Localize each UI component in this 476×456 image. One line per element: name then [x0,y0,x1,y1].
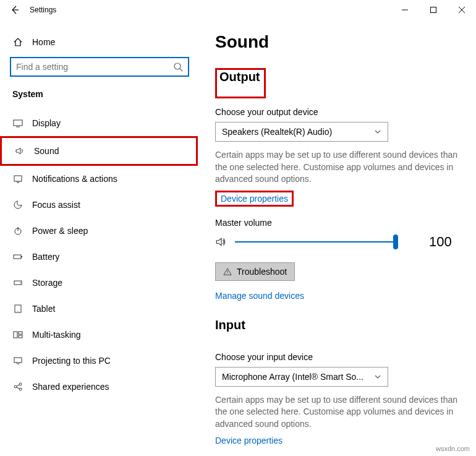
notifications-icon [12,174,23,184]
home-label: Home [32,37,55,47]
troubleshoot-label: Troubleshoot [237,267,287,277]
svg-point-28 [227,273,227,274]
output-device-label: Choose your output device [215,107,460,117]
sidebar-item-focus-assist[interactable]: Focus assist [0,192,198,218]
svg-rect-21 [14,358,22,363]
svg-point-15 [20,282,21,283]
master-volume-label: Master volume [215,218,460,228]
volume-value: 100 [429,234,452,250]
storage-icon [12,278,23,288]
troubleshoot-button[interactable]: Troubleshoot [215,262,295,281]
svg-point-23 [19,383,22,385]
svg-rect-9 [14,176,22,181]
warning-icon [223,267,232,276]
window-controls [391,0,476,20]
content-area: Sound Output Choose your output device S… [198,20,476,456]
svg-rect-20 [19,335,22,338]
close-icon [459,7,465,13]
chevron-down-icon [374,128,381,136]
sidebar-item-display[interactable]: Display [0,110,198,136]
sidebar-item-label: Notifications & actions [32,174,117,184]
nav-list: Display Sound Notifications & actions Fo… [0,106,198,400]
sidebar-item-label: Focus assist [32,200,80,210]
volume-slider[interactable] [235,241,396,243]
output-device-value: Speakers (Realtek(R) Audio) [222,127,374,137]
shared-icon [12,382,23,392]
svg-line-26 [17,387,19,389]
volume-slider-thumb[interactable] [393,234,398,249]
output-heading-highlight: Output [215,68,266,98]
volume-icon[interactable] [215,236,226,247]
svg-rect-2 [431,7,436,13]
svg-rect-7 [14,120,22,126]
svg-point-24 [19,388,22,390]
svg-rect-19 [19,332,22,334]
sidebar-item-tablet[interactable]: Tablet [0,296,198,322]
home-button[interactable]: Home [0,32,198,52]
output-device-properties-link[interactable]: Device properties [221,194,288,204]
category-label: System [0,87,198,106]
power-icon [12,226,23,236]
window-title: Settings [30,6,56,14]
search-icon [173,62,183,72]
sidebar-item-label: Shared experiences [32,382,109,392]
input-heading: Input [215,318,245,332]
volume-row: 100 [215,234,460,250]
svg-rect-13 [21,256,22,257]
minimize-icon [402,7,408,13]
sidebar-item-label: Storage [32,278,62,288]
sidebar-item-notifications[interactable]: Notifications & actions [0,166,198,192]
svg-rect-12 [14,255,21,259]
maximize-icon [430,7,436,13]
sidebar-item-label: Power & sleep [32,226,88,236]
multitask-icon [12,330,23,340]
watermark: wsxdn.com [436,445,470,452]
sidebar-item-label: Projecting to this PC [32,356,111,366]
input-device-value: Microphone Array (Intel® Smart So... [222,372,374,382]
sidebar-item-multitasking[interactable]: Multi-tasking [0,322,198,348]
input-device-dropdown[interactable]: Microphone Array (Intel® Smart So... [215,367,388,387]
search-field[interactable] [16,62,173,72]
battery-icon [12,252,23,262]
sidebar-item-power-sleep[interactable]: Power & sleep [0,218,198,244]
sidebar-item-label: Multi-tasking [32,330,81,340]
minimize-button[interactable] [391,0,419,20]
sidebar-item-label: Tablet [32,304,55,314]
device-properties-highlight: Device properties [215,191,294,207]
back-button[interactable] [5,0,25,20]
sidebar-item-battery[interactable]: Battery [0,244,198,270]
tablet-icon [12,304,23,314]
search-input[interactable] [10,57,189,77]
manage-sound-devices-link[interactable]: Manage sound devices [215,291,304,301]
home-icon [12,37,23,47]
svg-point-17 [17,311,18,311]
svg-rect-18 [14,332,17,338]
input-device-properties-link[interactable]: Device properties [215,436,283,445]
projecting-icon [12,356,23,366]
svg-point-22 [14,385,17,388]
svg-line-25 [17,385,19,386]
svg-line-6 [180,69,182,71]
sidebar-item-sound[interactable]: Sound [0,136,198,166]
input-desc: Certain apps may be set up to use differ… [215,394,460,431]
input-device-label: Choose your input device [215,352,460,362]
display-icon [12,118,23,128]
page-title: Sound [215,32,460,52]
svg-point-5 [174,63,181,69]
sidebar-item-projecting[interactable]: Projecting to this PC [0,348,198,374]
sidebar-item-label: Display [32,118,61,128]
chevron-down-icon [374,373,381,381]
output-heading: Output [219,70,260,84]
output-device-dropdown[interactable]: Speakers (Realtek(R) Audio) [215,122,388,142]
close-button[interactable] [448,0,476,20]
output-desc: Certain apps may be set up to use differ… [215,149,460,186]
sidebar-item-label: Sound [34,146,59,156]
sidebar-item-label: Battery [32,252,59,262]
sidebar-item-shared[interactable]: Shared experiences [0,374,198,400]
back-arrow-icon [10,5,20,15]
sidebar-item-storage[interactable]: Storage [0,270,198,296]
sidebar: Home System Display Sound Notifications … [0,20,198,456]
maximize-button[interactable] [419,0,448,20]
sound-icon [14,146,25,156]
focus-icon [12,200,23,210]
